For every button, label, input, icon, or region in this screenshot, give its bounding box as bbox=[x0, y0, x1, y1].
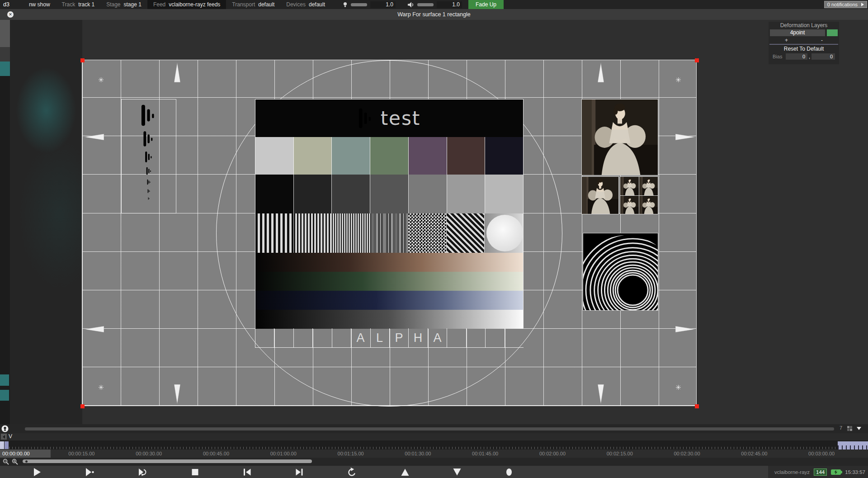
menu-feed[interactable]: Feedvclaiborne-rayz feeds bbox=[147, 0, 226, 9]
left-dock-strip-3 bbox=[0, 76, 10, 424]
alpha-letter: A bbox=[351, 328, 370, 348]
volume-slider[interactable] bbox=[417, 3, 434, 6]
timestamp-label: 00:02:30.00 bbox=[653, 450, 721, 458]
gradient-bar bbox=[255, 310, 523, 329]
timeline-timestamps[interactable]: 00:00:00.00 00:00:15.0000:00:30.0000:00:… bbox=[0, 450, 868, 458]
track-header-band: 7 bbox=[0, 424, 868, 433]
timeline-section-chip[interactable] bbox=[0, 441, 4, 449]
zoom-in-icon[interactable] bbox=[12, 459, 18, 465]
previous-section-button[interactable] bbox=[241, 467, 253, 477]
status-bar: vclaiborne-rayz 144 15:33:57 bbox=[768, 466, 868, 478]
brightness-slider[interactable] bbox=[351, 3, 367, 6]
color-swatch-row bbox=[255, 137, 523, 175]
grating-finest bbox=[370, 213, 409, 253]
deformation-panel-title: Deformation Layers bbox=[769, 22, 839, 28]
warp-corner-handle-bottom-right[interactable] bbox=[695, 404, 699, 408]
color-swatch bbox=[255, 137, 294, 175]
alpha-label-strip: ALPHA bbox=[255, 328, 524, 348]
zoom-out-icon[interactable] bbox=[3, 459, 9, 465]
return-to-start-button[interactable] bbox=[346, 467, 358, 477]
menu-stage[interactable]: Stagestage 1 bbox=[100, 0, 147, 9]
bias-y-field[interactable]: 0 bbox=[811, 53, 835, 60]
d3-bars-icon bbox=[358, 108, 373, 129]
warp-corner-handle-bottom-left[interactable] bbox=[80, 404, 85, 408]
bottom-edge-arrow-icon bbox=[597, 384, 605, 404]
layer-color-chip[interactable] bbox=[827, 29, 838, 36]
d3-bars-icon bbox=[148, 197, 150, 200]
menu-show[interactable]: nw show bbox=[23, 0, 56, 9]
timeline-ruler[interactable] bbox=[0, 440, 868, 450]
registration-mark bbox=[99, 77, 104, 82]
left-dock-teal-chip[interactable] bbox=[0, 62, 10, 76]
volume-value-field[interactable]: 1.0 bbox=[437, 1, 462, 8]
test-card-white-circle bbox=[486, 215, 523, 251]
machine-name-label: vclaiborne-rayz bbox=[774, 469, 810, 475]
gray-step bbox=[447, 175, 486, 213]
gradient-bar bbox=[255, 291, 523, 310]
fade-up-button[interactable]: Fade Up bbox=[468, 0, 504, 9]
play-section-button[interactable] bbox=[84, 467, 95, 477]
keyframe-widget-icon[interactable] bbox=[1, 425, 9, 432]
alpha-letter: L bbox=[370, 328, 389, 348]
collapse-track-button[interactable] bbox=[1, 434, 7, 440]
gradient-bar bbox=[255, 272, 523, 291]
bias-x-field[interactable]: 0 bbox=[786, 53, 807, 60]
gray-step bbox=[409, 175, 447, 213]
next-track-button[interactable] bbox=[451, 467, 463, 477]
next-section-button[interactable] bbox=[293, 467, 305, 477]
brightness-group: 1.0 bbox=[343, 1, 396, 8]
d3-logo: d3 bbox=[3, 1, 9, 8]
timestamp-label: 00:00:30.00 bbox=[115, 450, 183, 458]
timeline-section-block[interactable] bbox=[838, 441, 868, 450]
gray-step bbox=[485, 175, 523, 213]
warp-surface-grid[interactable]: test bbox=[82, 60, 697, 406]
portrait-image-large bbox=[581, 99, 658, 175]
timestamp-label: 00:01:30.00 bbox=[384, 450, 452, 458]
left-dock-strip-2 bbox=[0, 47, 10, 62]
stage-canvas[interactable]: test bbox=[0, 20, 868, 424]
d3-bars-icon bbox=[143, 131, 155, 147]
right-edge-arrow-icon bbox=[675, 133, 695, 141]
timeline-scrollbar[interactable] bbox=[23, 459, 312, 463]
close-editor-icon[interactable]: ✕ bbox=[7, 11, 14, 18]
track-tab-v[interactable]: V bbox=[9, 433, 12, 440]
warp-corner-handle-top-left[interactable] bbox=[80, 58, 85, 62]
layer-grid-icon[interactable] bbox=[847, 426, 852, 431]
deformation-layers-panel: Deformation Layers 4point + - Reset To D… bbox=[769, 22, 839, 64]
grating-diagonal bbox=[447, 213, 485, 253]
layer-dropdown-icon[interactable] bbox=[857, 427, 861, 430]
transport-bar: vclaiborne-rayz 144 15:33:57 bbox=[0, 466, 868, 478]
timestamp-label: 00:01:00.00 bbox=[250, 450, 317, 458]
left-dock-teal-chip-3[interactable] bbox=[0, 390, 9, 401]
menu-devices[interactable]: Devicesdefault bbox=[280, 0, 331, 9]
reset-to-default-button[interactable]: Reset To Default bbox=[769, 45, 839, 52]
collapse-left-icon bbox=[3, 435, 5, 439]
bottom-edge-arrow-icon bbox=[173, 384, 181, 404]
d3-bars-icon bbox=[147, 189, 151, 193]
color-swatch bbox=[409, 137, 447, 175]
timestamp-label: 00:00:45.00 bbox=[183, 450, 250, 458]
brightness-value-field[interactable]: 1.0 bbox=[370, 1, 396, 8]
record-button[interactable] bbox=[503, 467, 515, 477]
menu-transport[interactable]: Transportdefault bbox=[226, 0, 280, 9]
left-dock-teal-chip-2[interactable] bbox=[0, 374, 9, 386]
grating-coarse bbox=[255, 213, 294, 253]
menu-bar: d3 nw show Tracktrack 1 Stagestage 1 Fee… bbox=[0, 0, 868, 9]
deformation-layer-4point-button[interactable]: 4point bbox=[770, 29, 825, 36]
previous-track-button[interactable] bbox=[399, 467, 411, 477]
loop-section-button[interactable] bbox=[137, 467, 149, 477]
warp-corner-handle-top-right[interactable] bbox=[695, 58, 699, 62]
menu-track[interactable]: Tracktrack 1 bbox=[56, 0, 101, 9]
grating-row bbox=[255, 213, 523, 253]
add-layer-button[interactable]: + bbox=[785, 37, 788, 43]
scrollbar-handle-dot[interactable] bbox=[25, 460, 28, 463]
play-button[interactable] bbox=[31, 467, 43, 477]
remove-layer-button[interactable]: - bbox=[821, 37, 823, 43]
timeline-section-chip-2[interactable] bbox=[5, 441, 9, 449]
stop-button[interactable] bbox=[189, 467, 201, 477]
track-scrollbar[interactable] bbox=[25, 427, 834, 431]
notifications-expand-icon bbox=[861, 3, 864, 6]
track-tab-band: V bbox=[0, 433, 868, 440]
left-dock-strip bbox=[0, 20, 10, 47]
notifications-button[interactable]: 0 notifications bbox=[824, 1, 867, 8]
